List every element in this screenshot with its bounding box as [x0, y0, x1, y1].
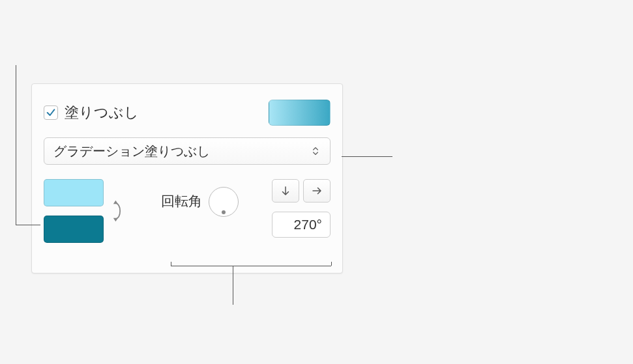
gradient-end-color-well[interactable]	[44, 216, 104, 243]
arrow-down-icon	[280, 185, 291, 197]
callout-line-right	[342, 156, 392, 157]
wells-stack	[44, 179, 104, 243]
direction-buttons	[272, 179, 331, 203]
fill-checkbox-wrap: 塗りつぶし	[44, 103, 139, 122]
callout-line-left-h	[16, 225, 40, 225]
angle-section: 回転角	[161, 179, 239, 217]
gradient-controls-row: 回転角 270°	[44, 179, 331, 243]
callout-tick-l	[171, 262, 171, 266]
angle-right-controls: 270°	[272, 179, 331, 238]
direction-down-button[interactable]	[272, 179, 299, 203]
chevron-up-down-icon	[310, 146, 321, 156]
fill-checkbox-label: 塗りつぶし	[65, 103, 139, 122]
callout-line-bottom-h	[171, 266, 331, 266]
swap-arrows-icon	[111, 199, 125, 223]
angle-value-field[interactable]: 270°	[272, 212, 331, 238]
check-icon	[46, 107, 56, 118]
gradient-preview-swatch[interactable]	[269, 100, 331, 126]
dropdown-value: グラデーション塗りつぶし	[53, 143, 210, 160]
callout-tick-r	[331, 262, 332, 266]
angle-indicator-dot	[222, 210, 226, 214]
angle-label: 回転角	[161, 192, 202, 210]
swap-colors-button[interactable]	[109, 199, 127, 223]
fill-header-row: 塗りつぶし	[44, 100, 331, 126]
fill-panel: 塗りつぶし グラデーション塗りつぶし 回転角	[31, 83, 343, 273]
fill-type-dropdown[interactable]: グラデーション塗りつぶし	[44, 137, 331, 165]
angle-value-text: 270°	[294, 217, 322, 232]
callout-line-bottom-v	[233, 266, 233, 305]
gradient-start-color-well[interactable]	[44, 179, 104, 206]
fill-checkbox[interactable]	[44, 105, 58, 120]
gradient-color-wells	[44, 179, 127, 243]
direction-right-button[interactable]	[303, 179, 331, 203]
angle-dial[interactable]	[209, 187, 239, 217]
callout-line-left	[16, 65, 16, 225]
arrow-right-icon	[311, 185, 323, 197]
